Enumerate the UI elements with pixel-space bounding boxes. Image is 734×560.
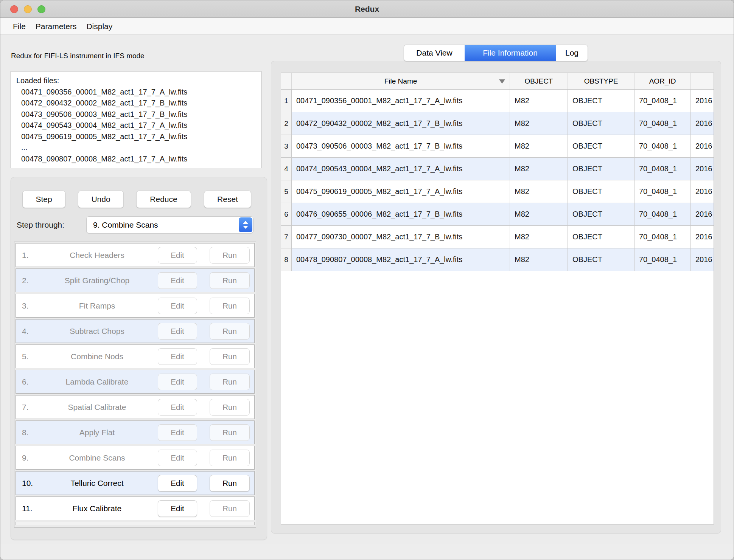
run-step-button[interactable]: Run: [210, 399, 250, 416]
step-button[interactable]: Step: [22, 191, 65, 208]
edit-step-button[interactable]: Edit: [158, 500, 197, 517]
step-row: 2. Split Grating/Chop Edit Run: [16, 268, 255, 292]
file-name-cell: 00475_090619_00005_M82_act1_17_7_A_lw.fi…: [292, 180, 510, 203]
column-header-file-name[interactable]: File Name: [292, 73, 510, 89]
horizontal-scrollbar[interactable]: [16, 522, 255, 525]
obstype-cell: OBJECT: [568, 203, 634, 226]
status-bar: [0, 544, 734, 560]
table-row[interactable]: 4 00474_090543_00004_M82_act1_17_7_A_lw.…: [281, 158, 714, 180]
row-number-cell: 4: [281, 158, 292, 180]
date-cell: 2016: [691, 135, 714, 158]
aor-id-cell: 70_0408_1: [634, 248, 691, 271]
object-cell: M82: [510, 135, 568, 158]
step-label: Apply Flat: [36, 428, 158, 437]
step-number: 2.: [16, 276, 36, 285]
step-through-dropdown[interactable]: 9. Combine Scans: [86, 216, 253, 233]
reset-button[interactable]: Reset: [204, 191, 251, 208]
table-row[interactable]: 5 00475_090619_00005_M82_act1_17_7_A_lw.…: [281, 180, 714, 203]
step-number: 9.: [16, 453, 36, 462]
table-row[interactable]: 1 00471_090356_00001_M82_act1_17_7_A_lw.…: [281, 90, 714, 112]
edit-step-button[interactable]: Edit: [158, 475, 197, 492]
title-bar: Redux: [0, 0, 734, 18]
loaded-file-entry: 00472_090432_00002_M82_act1_17_7_B_lw.fi…: [16, 98, 256, 109]
table-row[interactable]: 6 00476_090655_00006_M82_act1_17_7_B_lw.…: [281, 203, 714, 226]
aor-id-cell: 70_0408_1: [634, 135, 691, 158]
obstype-cell: OBJECT: [568, 112, 634, 135]
row-number-cell: 5: [281, 180, 292, 203]
file-information-pane: File Name OBJECT OBSTYPE AOR_ID 1 00: [271, 61, 721, 534]
date-cell: 2016: [691, 90, 714, 112]
step-label: Check Headers: [36, 251, 158, 260]
edit-step-button[interactable]: Edit: [158, 272, 197, 289]
tab-file-information[interactable]: File Information: [465, 45, 556, 61]
view-tabs: Data View File Information Log: [404, 45, 588, 61]
step-through-row: Step through: 9. Combine Scans: [11, 216, 267, 233]
date-cell: 2016: [691, 226, 714, 248]
table-header-row: File Name OBJECT OBSTYPE AOR_ID: [281, 73, 714, 90]
run-step-button[interactable]: Run: [210, 348, 250, 365]
step-label: Lambda Calibrate: [36, 377, 158, 386]
table-row[interactable]: 3 00473_090506_00003_M82_act1_17_7_B_lw.…: [281, 135, 714, 158]
loaded-file-entry: 00478_090807_00008_M82_act1_17_7_A_lw.fi…: [16, 154, 256, 165]
column-header-aor-id[interactable]: AOR_ID: [634, 73, 691, 89]
column-header-object[interactable]: OBJECT: [510, 73, 568, 89]
aor-id-cell: 70_0408_1: [634, 203, 691, 226]
run-step-button[interactable]: Run: [210, 475, 250, 492]
step-row: 9. Combine Scans Edit Run: [16, 446, 255, 470]
step-row: 7. Spatial Calibrate Edit Run: [16, 395, 255, 419]
date-cell: 2016: [691, 112, 714, 135]
row-number-cell: 8: [281, 248, 292, 271]
obstype-cell: OBJECT: [568, 135, 634, 158]
step-number: 1.: [16, 251, 36, 260]
step-row: 6. Lambda Calibrate Edit Run: [16, 370, 255, 394]
aor-id-cell: 70_0408_1: [634, 158, 691, 180]
run-step-button[interactable]: Run: [210, 247, 250, 264]
step-row: 5. Combine Nods Edit Run: [16, 344, 255, 368]
aor-id-cell: 70_0408_1: [634, 90, 691, 112]
edit-step-button[interactable]: Edit: [158, 323, 197, 340]
column-header-extra[interactable]: [691, 73, 714, 89]
run-step-button[interactable]: Run: [210, 298, 250, 314]
tab-log[interactable]: Log: [556, 45, 588, 61]
row-number-cell: 1: [281, 90, 292, 112]
run-step-button[interactable]: Run: [210, 323, 250, 340]
run-step-button[interactable]: Run: [210, 450, 250, 466]
run-step-button[interactable]: Run: [210, 374, 250, 390]
menu-item-file[interactable]: File: [8, 18, 31, 35]
run-step-button[interactable]: Run: [210, 500, 250, 517]
step-number: 7.: [16, 403, 36, 412]
edit-step-button[interactable]: Edit: [158, 247, 197, 264]
table-row[interactable]: 8 00478_090807_00008_M82_act1_17_7_A_lw.…: [281, 248, 714, 271]
run-step-button[interactable]: Run: [210, 424, 250, 441]
undo-button[interactable]: Undo: [78, 191, 124, 208]
step-row: 1. Check Headers Edit Run: [16, 243, 255, 267]
edit-step-button[interactable]: Edit: [158, 450, 197, 466]
edit-step-button[interactable]: Edit: [158, 424, 197, 441]
step-row: 4. Subtract Chops Edit Run: [16, 319, 255, 343]
column-header-obstype[interactable]: OBSTYPE: [568, 73, 634, 89]
obstype-cell: OBJECT: [568, 226, 634, 248]
step-label: Fit Ramps: [36, 301, 158, 310]
step-label: Split Grating/Chop: [36, 276, 158, 285]
step-number: 11.: [16, 504, 36, 513]
tab-data-view[interactable]: Data View: [404, 45, 465, 61]
window-title: Redux: [0, 0, 734, 18]
edit-step-button[interactable]: Edit: [158, 374, 197, 390]
column-header-label: OBSTYPE: [584, 77, 618, 85]
row-number-cell: 7: [281, 226, 292, 248]
loaded-file-entry: 00474_090543_00004_M82_act1_17_7_A_lw.fi…: [16, 120, 256, 131]
menu-item-display[interactable]: Display: [81, 18, 117, 35]
edit-step-button[interactable]: Edit: [158, 348, 197, 365]
table-body: 1 00471_090356_00001_M82_act1_17_7_A_lw.…: [281, 90, 714, 271]
edit-step-button[interactable]: Edit: [158, 399, 197, 416]
file-info-table: File Name OBJECT OBSTYPE AOR_ID 1 00: [281, 73, 714, 524]
edit-step-button[interactable]: Edit: [158, 298, 197, 314]
step-number: 10.: [16, 479, 36, 488]
step-row: 3. Fit Ramps Edit Run: [16, 294, 255, 318]
run-step-button[interactable]: Run: [210, 272, 250, 289]
reduce-button[interactable]: Reduce: [136, 191, 191, 208]
table-row[interactable]: 2 00472_090432_00002_M82_act1_17_7_B_lw.…: [281, 112, 714, 135]
aor-id-cell: 70_0408_1: [634, 180, 691, 203]
table-row[interactable]: 7 00477_090730_00007_M82_act1_17_7_B_lw.…: [281, 226, 714, 248]
menu-item-parameters[interactable]: Parameters: [31, 18, 82, 35]
